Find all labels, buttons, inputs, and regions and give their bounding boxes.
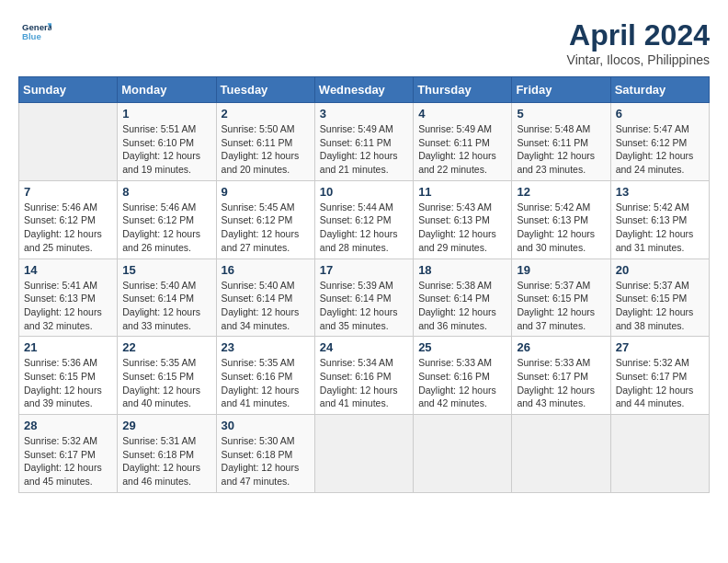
day-number: 14: [24, 263, 112, 277]
day-cell: 30Sunrise: 5:30 AM Sunset: 6:18 PM Dayli…: [216, 415, 314, 493]
day-cell: 9Sunrise: 5:45 AM Sunset: 6:12 PM Daylig…: [216, 180, 314, 259]
page-header: General Blue April 2024 Vintar, Ilocos, …: [18, 18, 710, 67]
day-cell: [414, 415, 512, 493]
day-number: 9: [222, 185, 310, 199]
day-cell: [610, 415, 709, 493]
day-info: Sunrise: 5:40 AM Sunset: 6:14 PM Dayligh…: [122, 279, 210, 333]
day-cell: 13Sunrise: 5:42 AM Sunset: 6:13 PM Dayli…: [610, 180, 709, 259]
logo: General Blue: [18, 18, 51, 52]
day-cell: 19Sunrise: 5:37 AM Sunset: 6:15 PM Dayli…: [512, 259, 610, 337]
day-cell: [512, 415, 610, 493]
day-number: 28: [24, 419, 112, 432]
week-row-4: 21Sunrise: 5:36 AM Sunset: 6:15 PM Dayli…: [19, 337, 710, 415]
day-number: 5: [517, 107, 605, 121]
week-row-5: 28Sunrise: 5:32 AM Sunset: 6:17 PM Dayli…: [19, 415, 710, 493]
header-friday: Friday: [512, 77, 610, 103]
day-number: 21: [24, 340, 112, 354]
header-thursday: Thursday: [414, 77, 512, 103]
day-info: Sunrise: 5:45 AM Sunset: 6:12 PM Dayligh…: [222, 201, 310, 255]
day-number: 29: [122, 419, 210, 432]
svg-text:Blue: Blue: [22, 31, 41, 41]
location: Vintar, Ilocos, Philippines: [567, 52, 710, 67]
day-number: 8: [122, 185, 210, 199]
day-cell: 18Sunrise: 5:38 AM Sunset: 6:14 PM Dayli…: [414, 259, 512, 337]
day-cell: 12Sunrise: 5:42 AM Sunset: 6:13 PM Dayli…: [512, 180, 610, 259]
day-info: Sunrise: 5:36 AM Sunset: 6:15 PM Dayligh…: [24, 356, 112, 410]
day-number: 18: [418, 263, 506, 277]
day-number: 2: [222, 107, 310, 121]
day-info: Sunrise: 5:47 AM Sunset: 6:12 PM Dayligh…: [616, 122, 704, 177]
day-cell: 5Sunrise: 5:48 AM Sunset: 6:11 PM Daylig…: [512, 103, 610, 181]
calendar-table: SundayMondayTuesdayWednesdayThursdayFrid…: [18, 76, 710, 493]
day-number: 27: [616, 340, 704, 354]
day-number: 15: [122, 263, 210, 277]
calendar-header-row: SundayMondayTuesdayWednesdayThursdayFrid…: [19, 77, 710, 103]
day-info: Sunrise: 5:42 AM Sunset: 6:13 PM Dayligh…: [517, 201, 605, 255]
day-number: 30: [222, 419, 310, 432]
day-cell: [19, 103, 118, 181]
day-info: Sunrise: 5:46 AM Sunset: 6:12 PM Dayligh…: [24, 201, 112, 255]
day-cell: [314, 415, 413, 493]
day-info: Sunrise: 5:35 AM Sunset: 6:15 PM Dayligh…: [122, 356, 210, 410]
day-info: Sunrise: 5:42 AM Sunset: 6:13 PM Dayligh…: [616, 201, 704, 255]
header-saturday: Saturday: [610, 77, 709, 103]
day-info: Sunrise: 5:43 AM Sunset: 6:13 PM Dayligh…: [418, 201, 506, 255]
month-title: April 2024: [567, 18, 710, 52]
day-number: 1: [122, 107, 210, 121]
week-row-2: 7Sunrise: 5:46 AM Sunset: 6:12 PM Daylig…: [19, 180, 710, 259]
day-cell: 6Sunrise: 5:47 AM Sunset: 6:12 PM Daylig…: [610, 103, 709, 181]
day-info: Sunrise: 5:30 AM Sunset: 6:18 PM Dayligh…: [222, 434, 310, 488]
day-info: Sunrise: 5:38 AM Sunset: 6:14 PM Dayligh…: [418, 279, 506, 333]
day-number: 17: [320, 263, 408, 277]
day-cell: 16Sunrise: 5:40 AM Sunset: 6:14 PM Dayli…: [216, 259, 314, 337]
day-number: 19: [517, 263, 605, 277]
day-cell: 8Sunrise: 5:46 AM Sunset: 6:12 PM Daylig…: [118, 180, 216, 259]
header-sunday: Sunday: [19, 77, 118, 103]
day-cell: 11Sunrise: 5:43 AM Sunset: 6:13 PM Dayli…: [414, 180, 512, 259]
day-number: 3: [320, 107, 408, 121]
header-tuesday: Tuesday: [216, 77, 314, 103]
day-info: Sunrise: 5:32 AM Sunset: 6:17 PM Dayligh…: [616, 356, 704, 410]
day-info: Sunrise: 5:48 AM Sunset: 6:11 PM Dayligh…: [517, 122, 605, 177]
day-info: Sunrise: 5:46 AM Sunset: 6:12 PM Dayligh…: [122, 201, 210, 255]
day-number: 25: [418, 340, 506, 354]
day-info: Sunrise: 5:49 AM Sunset: 6:11 PM Dayligh…: [418, 122, 506, 177]
day-info: Sunrise: 5:50 AM Sunset: 6:11 PM Dayligh…: [222, 122, 310, 177]
day-cell: 24Sunrise: 5:34 AM Sunset: 6:16 PM Dayli…: [314, 337, 413, 415]
day-cell: 22Sunrise: 5:35 AM Sunset: 6:15 PM Dayli…: [118, 337, 216, 415]
header-monday: Monday: [118, 77, 216, 103]
day-cell: 27Sunrise: 5:32 AM Sunset: 6:17 PM Dayli…: [610, 337, 709, 415]
day-info: Sunrise: 5:39 AM Sunset: 6:14 PM Dayligh…: [320, 279, 408, 333]
day-number: 4: [418, 107, 506, 121]
week-row-1: 1Sunrise: 5:51 AM Sunset: 6:10 PM Daylig…: [19, 103, 710, 181]
title-block: April 2024 Vintar, Ilocos, Philippines: [567, 18, 710, 67]
day-info: Sunrise: 5:34 AM Sunset: 6:16 PM Dayligh…: [320, 356, 408, 410]
logo-icon: General Blue: [22, 18, 51, 48]
day-number: 26: [517, 340, 605, 354]
day-cell: 3Sunrise: 5:49 AM Sunset: 6:11 PM Daylig…: [314, 103, 413, 181]
day-cell: 28Sunrise: 5:32 AM Sunset: 6:17 PM Dayli…: [19, 415, 118, 493]
day-info: Sunrise: 5:32 AM Sunset: 6:17 PM Dayligh…: [24, 434, 112, 488]
day-info: Sunrise: 5:51 AM Sunset: 6:10 PM Dayligh…: [122, 122, 210, 177]
day-cell: 26Sunrise: 5:33 AM Sunset: 6:17 PM Dayli…: [512, 337, 610, 415]
day-info: Sunrise: 5:44 AM Sunset: 6:12 PM Dayligh…: [320, 201, 408, 255]
day-number: 12: [517, 185, 605, 199]
day-cell: 21Sunrise: 5:36 AM Sunset: 6:15 PM Dayli…: [19, 337, 118, 415]
day-number: 20: [616, 263, 704, 277]
day-cell: 29Sunrise: 5:31 AM Sunset: 6:18 PM Dayli…: [118, 415, 216, 493]
day-number: 10: [320, 185, 408, 199]
day-number: 23: [222, 340, 310, 354]
header-wednesday: Wednesday: [314, 77, 413, 103]
day-cell: 20Sunrise: 5:37 AM Sunset: 6:15 PM Dayli…: [610, 259, 709, 337]
day-cell: 4Sunrise: 5:49 AM Sunset: 6:11 PM Daylig…: [414, 103, 512, 181]
week-row-3: 14Sunrise: 5:41 AM Sunset: 6:13 PM Dayli…: [19, 259, 710, 337]
day-number: 7: [24, 185, 112, 199]
day-number: 11: [418, 185, 506, 199]
day-number: 24: [320, 340, 408, 354]
day-info: Sunrise: 5:33 AM Sunset: 6:16 PM Dayligh…: [418, 356, 506, 410]
day-number: 22: [122, 340, 210, 354]
day-number: 13: [616, 185, 704, 199]
day-info: Sunrise: 5:35 AM Sunset: 6:16 PM Dayligh…: [222, 356, 310, 410]
day-info: Sunrise: 5:49 AM Sunset: 6:11 PM Dayligh…: [320, 122, 408, 177]
day-number: 6: [616, 107, 704, 121]
